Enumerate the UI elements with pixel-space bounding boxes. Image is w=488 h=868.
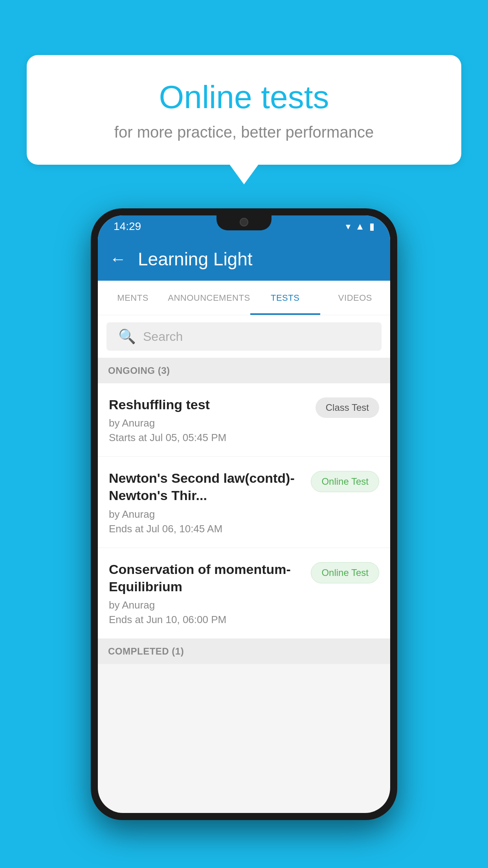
test-badge-1: Class Test [316, 397, 379, 418]
bubble-title: Online tests [58, 79, 430, 116]
wifi-icon: ▾ [346, 221, 350, 232]
test-name-1: Reshuffling test [109, 396, 308, 413]
tabs-bar: MENTS ANNOUNCEMENTS TESTS VIDEOS [98, 281, 390, 315]
completed-header: COMPLETED (1) [98, 639, 390, 664]
test-time-1: Starts at Jul 05, 05:45 PM [109, 432, 308, 444]
search-box[interactable]: 🔍 Search [106, 322, 382, 351]
phone-notch [216, 215, 272, 230]
search-placeholder: Search [143, 329, 183, 344]
bubble-subtitle: for more practice, better performance [58, 123, 430, 141]
test-info-1: Reshuffling test by Anurag Starts at Jul… [109, 396, 316, 444]
status-time: 14:29 [114, 220, 141, 233]
test-item-2[interactable]: Newton's Second law(contd)-Newton's Thir… [98, 457, 390, 548]
test-item-1[interactable]: Reshuffling test by Anurag Starts at Jul… [98, 383, 390, 457]
app-bar: ← Learning Light [98, 237, 390, 281]
status-icons: ▾ ▲ ▮ [346, 221, 374, 232]
test-author-3: by Anurag [109, 599, 303, 611]
speech-bubble: Online tests for more practice, better p… [27, 55, 461, 165]
test-info-2: Newton's Second law(contd)-Newton's Thir… [109, 469, 311, 535]
tab-videos[interactable]: VIDEOS [320, 281, 390, 315]
test-time-2: Ends at Jul 06, 10:45 AM [109, 523, 303, 535]
test-time-3: Ends at Jun 10, 06:00 PM [109, 614, 303, 626]
tab-tests[interactable]: TESTS [250, 281, 320, 315]
phone-wrapper: 14:29 ▾ ▲ ▮ ← Learning Light MENTS ANNOU… [91, 208, 397, 820]
test-info-3: Conservation of momentum-Equilibrium by … [109, 561, 311, 626]
search-icon: 🔍 [118, 328, 136, 345]
tab-ments[interactable]: MENTS [98, 281, 168, 315]
test-name-2: Newton's Second law(contd)-Newton's Thir… [109, 469, 303, 504]
phone-camera [240, 218, 248, 226]
search-container: 🔍 Search [98, 315, 390, 358]
test-badge-2: Online Test [311, 471, 379, 492]
phone-screen: 14:29 ▾ ▲ ▮ ← Learning Light MENTS ANNOU… [98, 215, 390, 813]
app-title: Learning Light [138, 248, 253, 270]
back-button[interactable]: ← [110, 250, 126, 268]
test-item-3[interactable]: Conservation of momentum-Equilibrium by … [98, 548, 390, 639]
tab-announcements[interactable]: ANNOUNCEMENTS [168, 281, 250, 315]
test-author-2: by Anurag [109, 508, 303, 520]
test-name-3: Conservation of momentum-Equilibrium [109, 561, 303, 595]
ongoing-header: ONGOING (3) [98, 358, 390, 383]
signal-icon: ▲ [355, 221, 365, 232]
phone-outer: 14:29 ▾ ▲ ▮ ← Learning Light MENTS ANNOU… [91, 208, 397, 820]
test-badge-3: Online Test [311, 562, 379, 583]
test-author-1: by Anurag [109, 417, 308, 429]
battery-icon: ▮ [369, 221, 374, 232]
